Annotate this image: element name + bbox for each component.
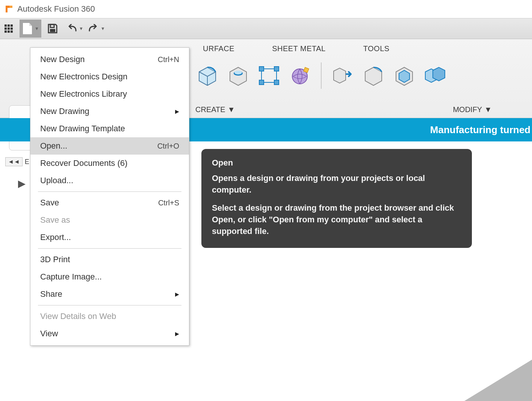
dropdown-caret-icon: ▼	[101, 26, 105, 31]
menu-export[interactable]: Export...	[30, 229, 189, 246]
viewport-ground-shadow	[464, 360, 532, 401]
menu-item-label: Upload...	[40, 176, 179, 185]
file-menu-button[interactable]: ▼	[20, 20, 41, 38]
menu-item-label: Recover Documents (6)	[40, 158, 179, 168]
menu-view[interactable]: View ▶	[30, 325, 189, 342]
svg-rect-10	[50, 24, 54, 27]
svg-rect-7	[5, 30, 7, 33]
menu-separator	[38, 305, 181, 305]
svg-rect-5	[8, 27, 10, 30]
menu-item-label: New Design	[40, 55, 158, 64]
svg-rect-16	[259, 80, 264, 85]
dropdown-caret-icon: ▼	[79, 26, 83, 31]
menu-item-shortcut: Ctrl+N	[158, 55, 179, 64]
menu-item-label: New Electronics Library	[40, 89, 179, 99]
menu-share[interactable]: Share ▶	[30, 286, 189, 303]
menu-item-label: 3D Print	[40, 255, 179, 264]
svg-rect-4	[5, 27, 7, 30]
tooltip-open: Open Opens a design or drawing from your…	[201, 149, 472, 248]
dropdown-caret-icon: ▼	[35, 26, 39, 31]
menu-item-label: New Electronics Design	[40, 72, 179, 82]
menu-item-label: Save as	[40, 215, 179, 225]
dropdown-caret-icon: ▼	[484, 105, 492, 114]
tooltip-body-1: Opens a design or drawing from your proj…	[212, 173, 461, 196]
menu-new-design[interactable]: New Design Ctrl+N	[30, 51, 189, 68]
menu-capture-image[interactable]: Capture Image...	[30, 268, 189, 286]
app-logo-icon	[4, 4, 14, 14]
menu-separator	[38, 248, 181, 249]
create-extrude-icon[interactable]	[195, 64, 219, 88]
ribbon-divider	[321, 62, 322, 89]
svg-rect-6	[11, 27, 13, 30]
nav-back-button[interactable]: ◄◄	[5, 157, 23, 166]
svg-rect-9	[11, 30, 13, 33]
tab-sheet-metal[interactable]: SHEET METAL	[272, 44, 326, 53]
menu-item-label: New Drawing Template	[40, 124, 179, 134]
svg-rect-15	[274, 67, 279, 71]
menu-save[interactable]: Save Ctrl+S	[30, 194, 189, 211]
dropdown-caret-icon: ▼	[228, 105, 235, 114]
menu-item-label: Open...	[40, 141, 157, 151]
group-modify[interactable]: MODIFY ▼	[453, 105, 492, 114]
menu-item-shortcut: Ctrl+O	[157, 142, 179, 150]
svg-rect-1	[5, 24, 7, 27]
group-create-label: CREATE	[195, 105, 225, 114]
svg-rect-17	[274, 80, 279, 85]
modify-combine-icon[interactable]	[423, 64, 447, 88]
menu-item-label: View	[40, 329, 175, 339]
create-rectangle-pattern-icon[interactable]	[257, 64, 281, 88]
svg-rect-8	[8, 30, 10, 33]
menu-separator	[38, 191, 181, 192]
group-create[interactable]: CREATE ▼	[195, 105, 235, 114]
group-modify-label: MODIFY	[453, 105, 482, 114]
document-tabs-nav: ◄◄ E	[5, 157, 29, 166]
menu-upload[interactable]: Upload...	[30, 172, 189, 189]
submenu-arrow-icon: ▶	[175, 108, 179, 114]
file-menu: New Design Ctrl+N New Electronics Design…	[30, 47, 189, 346]
menu-new-drawing-template[interactable]: New Drawing Template	[30, 120, 189, 137]
ribbon-tools	[195, 62, 532, 89]
save-button[interactable]	[45, 20, 60, 38]
menu-new-electronics-library[interactable]: New Electronics Library	[30, 85, 189, 103]
menu-save-as: Save as	[30, 211, 189, 229]
tooltip-body-2: Select a design or drawing from the proj…	[212, 202, 461, 237]
tooltip-title: Open	[212, 157, 461, 169]
banner-text: Manufacturing turned	[430, 124, 530, 136]
submenu-arrow-icon: ▶	[175, 331, 179, 337]
create-form-icon[interactable]	[288, 64, 312, 88]
svg-rect-0	[4, 4, 14, 14]
menu-new-drawing[interactable]: New Drawing ▶	[30, 103, 189, 120]
svg-point-13	[234, 71, 242, 74]
app-title: Autodesk Fusion 360	[17, 4, 95, 14]
data-panel-button[interactable]	[2, 20, 16, 38]
modify-presspull-icon[interactable]	[331, 64, 355, 88]
redo-button[interactable]: ▼	[86, 20, 107, 38]
menu-item-shortcut: Ctrl+S	[158, 199, 179, 207]
title-bar: Autodesk Fusion 360	[0, 0, 532, 18]
menu-open[interactable]: Open... Ctrl+O	[30, 137, 189, 155]
quick-access-toolbar: ▼ ▼ ▼	[0, 18, 532, 39]
menu-recover-documents[interactable]: Recover Documents (6)	[30, 155, 189, 172]
menu-item-label: View Details on Web	[40, 311, 179, 321]
menu-item-label: Capture Image...	[40, 272, 179, 282]
menu-item-label: Share	[40, 289, 175, 299]
create-hole-icon[interactable]	[226, 64, 250, 88]
menu-view-details-web: View Details on Web	[30, 308, 189, 325]
menu-item-label: Save	[40, 198, 158, 208]
nav-letter: E	[25, 158, 29, 166]
menu-new-electronics-design[interactable]: New Electronics Design	[30, 68, 189, 85]
svg-rect-2	[8, 24, 10, 27]
modify-fillet-icon[interactable]	[361, 64, 385, 88]
menu-item-label: Export...	[40, 232, 179, 242]
submenu-arrow-icon: ▶	[175, 291, 179, 297]
tab-tools[interactable]: TOOLS	[363, 44, 390, 53]
menu-3d-print[interactable]: 3D Print	[30, 251, 189, 268]
modify-shell-icon[interactable]	[392, 64, 416, 88]
svg-rect-14	[259, 67, 264, 71]
tab-surface[interactable]: URFACE	[203, 44, 234, 53]
origin-marker-icon	[18, 181, 26, 188]
svg-rect-11	[50, 29, 55, 32]
svg-rect-3	[11, 24, 13, 27]
menu-item-label: New Drawing	[40, 106, 175, 116]
undo-button[interactable]: ▼	[64, 20, 86, 38]
